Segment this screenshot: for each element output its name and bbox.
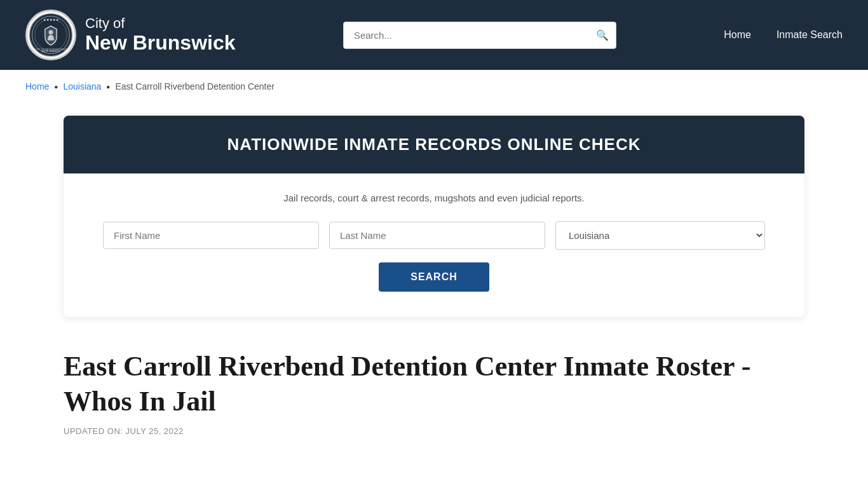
breadcrumb: Home ● Louisiana ● East Carroll Riverben… — [0, 70, 868, 103]
inmate-search-form: Alabama Alaska Arizona Arkansas Californ… — [89, 221, 779, 250]
nav-home[interactable]: Home — [724, 29, 751, 41]
inmate-search-button[interactable]: SEARCH — [379, 262, 489, 292]
breadcrumb-separator-2: ● — [106, 83, 110, 90]
search-icon-button[interactable]: 🔍 — [596, 29, 609, 41]
header-search-container: 🔍 — [343, 22, 616, 49]
records-card-title: NATIONWIDE INMATE RECORDS ONLINE CHECK — [89, 135, 779, 154]
search-icon: 🔍 — [596, 30, 609, 41]
logo-container: ★ ★ ★ ★ ★ NEW JERSEY CITY OF NEW BRUNSWI… — [25, 10, 236, 60]
page-title: East Carroll Riverbend Detention Center … — [64, 349, 804, 419]
breadcrumb-home[interactable]: Home — [25, 81, 49, 92]
updated-label: UPDATED ON: JULY 25, 2022 — [64, 426, 804, 436]
svg-text:CITY OF NEW BRUNSWICK: CITY OF NEW BRUNSWICK — [35, 48, 67, 51]
page-title-section: East Carroll Riverbend Detention Center … — [64, 349, 804, 436]
records-description: Jail records, court & arrest records, mu… — [89, 193, 779, 203]
search-input[interactable] — [343, 22, 616, 49]
svg-point-5 — [49, 30, 53, 34]
main-nav: Home Inmate Search — [724, 29, 843, 41]
records-card: NATIONWIDE INMATE RECORDS ONLINE CHECK J… — [64, 116, 804, 317]
records-card-body: Jail records, court & arrest records, mu… — [64, 173, 804, 317]
first-name-input[interactable] — [103, 222, 319, 249]
breadcrumb-current: East Carroll Riverbend Detention Center — [115, 81, 275, 92]
site-header: ★ ★ ★ ★ ★ NEW JERSEY CITY OF NEW BRUNSWI… — [0, 0, 868, 70]
logo-image: ★ ★ ★ ★ ★ NEW JERSEY CITY OF NEW BRUNSWI… — [25, 10, 76, 60]
search-submit-row: SEARCH — [89, 262, 779, 292]
breadcrumb-louisiana[interactable]: Louisiana — [63, 81, 101, 92]
last-name-input[interactable] — [329, 222, 545, 249]
breadcrumb-separator-1: ● — [54, 83, 58, 90]
nav-inmate-search[interactable]: Inmate Search — [776, 29, 843, 41]
main-content: NATIONWIDE INMATE RECORDS ONLINE CHECK J… — [0, 103, 868, 461]
svg-text:★ ★ ★ ★ ★: ★ ★ ★ ★ ★ — [43, 18, 60, 22]
records-card-header: NATIONWIDE INMATE RECORDS ONLINE CHECK — [64, 116, 804, 173]
state-select[interactable]: Alabama Alaska Arizona Arkansas Californ… — [555, 221, 765, 250]
logo-text: City of New Brunswick — [85, 15, 236, 54]
